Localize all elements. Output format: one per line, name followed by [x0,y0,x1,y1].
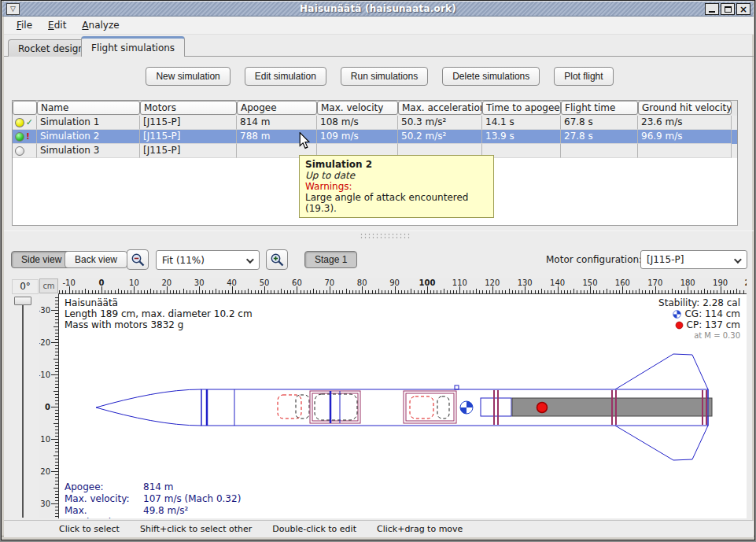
new-simulation-button[interactable]: New simulation [146,67,230,86]
cell-max-acceleration: 50.2 m/s² [398,130,482,144]
status-uptodate-icon [15,132,24,142]
mouse-cursor [298,132,311,152]
tab-flight-simulations[interactable]: Flight simulations [81,36,185,57]
ruler-tick [51,342,58,343]
ruler-tick [721,286,721,293]
table-row-simulation-1[interactable]: ✓ Simulation 1 [J115-P] 814 m 108 m/s 50… [13,116,737,130]
column-header-max-acceleration[interactable]: Max. acceleration [398,101,482,115]
cp-icon [675,321,684,330]
table-row-simulation-2[interactable]: ! Simulation 2 [J115-P] 788 m 109 m/s 50… [13,130,737,144]
hint-click-drag: Click+drag to move [377,524,463,534]
zoom-level-value: Fit (11%) [162,255,205,266]
ruler-label: -20 [39,338,50,347]
window-menu-icon[interactable]: ▽ [6,3,20,15]
column-header-flight-time[interactable]: Flight time [561,101,638,115]
column-header-name[interactable]: Name [37,101,140,115]
cell-motors: [J115-P] [140,144,237,158]
menu-analyze[interactable]: Analyze [74,17,127,33]
ruler-tick [395,286,396,293]
horizontal-ruler: -100102030405060708090100110120130140150… [58,278,747,293]
status-cell: ✓ [13,116,37,130]
hint-shift-click: Shift+click to select other [140,524,252,534]
fin-bottom [615,426,708,460]
ruler-tick [330,286,330,293]
column-header-time-to-apogee[interactable]: Time to apogee [482,101,561,115]
menu-file[interactable]: File [9,17,40,33]
cg-marker [460,401,473,414]
rocket-dimensions: Length 189 cm, max. diameter 10.2 cm [65,308,253,319]
ruler-tick [459,286,460,293]
status-outdated-icon [15,118,24,127]
splitter-grip[interactable] [360,233,411,238]
menu-edit[interactable]: Edit [40,17,74,33]
ruler-tick [51,310,58,311]
column-header-apogee[interactable]: Apogee [237,101,317,115]
hint-double-click: Double-click to edit [272,524,356,534]
motor-configuration-value: [J115-P] [647,254,684,265]
zoom-out-icon [131,253,146,267]
rotation-slider-handle[interactable] [14,297,31,305]
ruler-tick [51,471,58,472]
zoom-in-button[interactable] [266,249,288,270]
side-view-button[interactable]: Side view [11,251,72,268]
close-button[interactable]: × [736,3,750,15]
column-header-motors[interactable]: Motors [140,101,237,115]
splitter-line [4,230,754,231]
tab-rocket-design-label: Rocket design [18,43,84,54]
chevron-down-icon [734,256,742,264]
ruler-label: 180 [680,278,695,287]
ruler-label: 130 [518,278,533,287]
minimize-icon [709,11,715,13]
zoom-level-select[interactable]: Fit (11%) [156,250,260,270]
launch-lug [455,385,459,389]
ruler-label: 90 [389,278,400,287]
window-frame-right [752,1,754,540]
cell-time-to-apogee: 13.9 s [482,130,561,144]
cell-name: Simulation 2 [37,130,140,144]
tooltip-warning-text: Large angle of attack encountered (19.3)… [305,192,488,214]
ruler-tick [688,286,688,293]
ruler-label: 30 [194,278,205,287]
flight-results: Apogee:814 m Max. velocity:107 m/s (Mach… [65,481,241,518]
plot-flight-button[interactable]: Plot flight [554,67,613,86]
parachute-1 [278,395,301,418]
cell-apogee: 814 m [237,116,317,130]
ruler-tick [134,286,135,293]
maximize-button[interactable] [721,3,735,15]
stage-1-toggle[interactable]: Stage 1 [304,251,357,268]
cell-time-to-apogee: 14.1 s [482,116,561,130]
column-header-ground-hit-velocity[interactable]: Ground hit velocity [638,101,732,115]
run-simulations-button[interactable]: Run simulations [341,67,428,86]
result-max-acceleration-label: Max. acceleration: [65,505,143,518]
ruler-label: 110 [452,278,467,287]
cg-value: CG: 114 cm [684,308,740,319]
edit-simulation-button[interactable]: Edit simulation [245,67,326,86]
back-view-button[interactable]: Back view [65,251,127,268]
column-header-max-velocity[interactable]: Max. velocity [317,101,398,115]
cell-name: Simulation 1 [37,116,140,130]
minimize-button[interactable] [705,3,719,15]
title-bar[interactable]: ▽ Haisunäätä (haisunaata.ork) × [2,2,754,17]
status-cell [13,144,37,158]
ruler-label: -30 [39,306,50,315]
column-header-status[interactable] [13,101,37,115]
cell-time-to-apogee [482,144,561,158]
cg-icon [673,310,681,319]
rotation-slider-track[interactable] [22,304,24,518]
motor-configuration-label: Motor configuration: [546,254,642,265]
cell-max-acceleration: 50.3 m/s² [398,116,482,130]
stability-value: Stability: 2.28 cal [658,297,740,308]
ruler-label: -10 [39,371,50,379]
rocket-canvas[interactable]: Haisunäätä Length 189 cm, max. diameter … [58,293,747,518]
ruler-label: 160 [615,278,630,287]
cell-ground-hit-velocity: 23.6 m/s [638,116,732,130]
chevron-down-icon [246,256,254,264]
result-apogee-value: 814 m [143,481,173,493]
nose-cone [96,389,201,426]
tab-flight-simulations-label: Flight simulations [91,42,175,53]
status-warning-icon: ! [26,132,30,142]
delete-simulations-button[interactable]: Delete simulations [442,67,540,86]
zoom-out-button[interactable] [127,249,149,270]
ruler-tick [492,286,493,293]
motor-configuration-select[interactable]: [J115-P] [640,250,747,269]
